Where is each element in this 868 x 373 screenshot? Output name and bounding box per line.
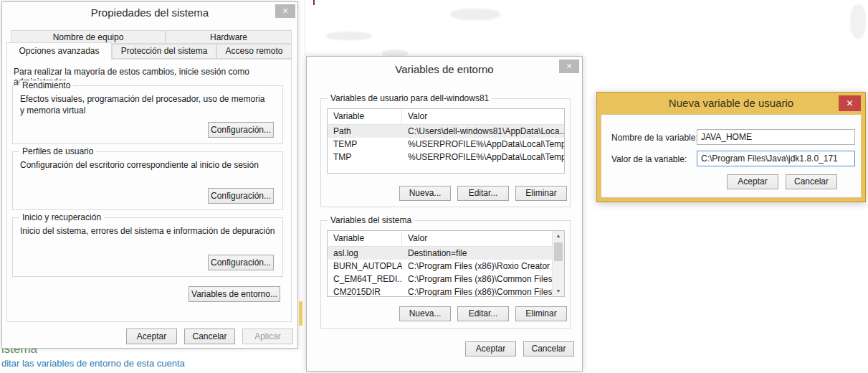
ok-button[interactable]: Aceptar [727, 174, 778, 189]
variable-value-cell: C:\Program Files (x86)\Common Files\In..… [402, 273, 553, 285]
variable-name-cell: TMP [328, 151, 402, 164]
startup-recovery-settings-button[interactable]: Configuración... [208, 255, 274, 270]
background-red-sliver [313, 0, 315, 5]
table-row[interactable]: asl.log Destination=file [328, 247, 553, 260]
user-profiles-group-title: Perfiles de usuario [19, 146, 96, 156]
table-row[interactable]: TEMP %USERPROFILE%\AppData\Local\Temp [328, 138, 564, 151]
variable-value-cell: %USERPROFILE%\AppData\Local\Temp [402, 138, 564, 151]
user-profiles-settings-button[interactable]: Configuración... [208, 188, 274, 204]
background-link-edit-env-vars[interactable]: ditar las variables de entorno de esta c… [1, 358, 185, 369]
environment-variables-dialog: Variables de entorno ✕ Variables de usua… [306, 56, 583, 372]
variable-name-cell: asl.log [328, 247, 402, 260]
cancel-button[interactable]: Cancelar [184, 329, 235, 344]
edit-system-variable-button[interactable]: Editar... [457, 306, 509, 321]
delete-system-variable-button[interactable]: Eliminar [515, 306, 567, 321]
table-row[interactable]: TMP %USERPROFILE%\AppData\Local\Temp [328, 151, 564, 164]
delete-user-variable-button[interactable]: Eliminar [515, 186, 567, 201]
close-icon: ✕ [846, 98, 853, 108]
system-variables-group-title: Variables del sistema [328, 215, 414, 225]
ok-button[interactable]: Aceptar [465, 341, 516, 357]
close-icon: ✕ [566, 62, 572, 70]
user-variables-group: Variables de usuario para dell-windows81… [320, 98, 571, 207]
variable-name-input[interactable] [697, 129, 855, 145]
performance-description: Efectos visuales, programación del proce… [20, 93, 270, 116]
variable-name-cell: TEMP [328, 138, 402, 151]
system-variables-table: Variable Valor asl.log Destination=file … [327, 230, 565, 297]
background-smudge [450, 9, 500, 20]
cancel-button[interactable]: Cancelar [786, 174, 837, 189]
column-header-valor[interactable]: Valor [402, 231, 553, 246]
variable-value-cell: C:\Users\dell-windows81\AppData\Loca... [402, 125, 564, 138]
system-properties-dialog: Propiedades del sistema ✕ Nombre de equi… [1, 1, 298, 349]
tab-proteccion-del-sistema[interactable]: Protección del sistema [112, 44, 216, 59]
close-icon: ✕ [282, 6, 288, 15]
background-yellow-sliver [299, 301, 302, 326]
new-user-variable-dialog: Nueva variable de usuario ✕ Nombre de la… [596, 92, 866, 202]
new-user-variable-button[interactable]: Nueva... [399, 186, 451, 201]
user-profiles-description: Configuración del escritorio correspondi… [20, 159, 275, 171]
apply-button: Aplicar [242, 329, 293, 344]
variable-value-input[interactable] [697, 151, 855, 166]
close-button[interactable]: ✕ [839, 95, 861, 111]
table-header: Variable Valor [328, 109, 564, 125]
variable-name-cell: BURN_AUTOPLAY [328, 260, 402, 273]
table-row[interactable]: Path C:\Users\dell-windows81\AppData\Loc… [328, 125, 564, 138]
startup-recovery-description: Inicio del sistema, errores del sistema … [20, 225, 278, 237]
tab-opciones-avanzadas[interactable]: Opciones avanzadas [6, 42, 112, 60]
system-variables-group: Variables del sistema Variable Valor asl… [320, 220, 571, 329]
tab-hardware[interactable]: Hardware [166, 30, 292, 44]
variable-value-cell: C:\Program Files (x86)\Roxio Creator N..… [402, 260, 553, 273]
close-button[interactable]: ✕ [275, 4, 295, 18]
scroll-up-icon[interactable]: ▲ [553, 231, 564, 241]
column-header-valor[interactable]: Valor [402, 109, 564, 124]
dialog-title: Nueva variable de usuario [597, 93, 865, 114]
performance-group-title: Rendimiento [19, 80, 73, 90]
variable-name-label: Nombre de la variable: [611, 133, 698, 143]
tab-acceso-remoto[interactable]: Acceso remoto [216, 44, 292, 59]
variable-name-cell: Path [328, 125, 402, 138]
performance-settings-button[interactable]: Configuración... [208, 122, 274, 138]
variable-name-cell: CM2015DIR [328, 285, 402, 297]
variable-name-cell: C_EM64T_REDI... [328, 273, 402, 285]
new-system-variable-button[interactable]: Nueva... [399, 306, 451, 321]
startup-recovery-group: Inicio y recuperación Inicio del sistema… [12, 217, 283, 277]
user-profiles-group: Perfiles de usuario Configuración del es… [12, 151, 283, 210]
user-variables-group-title: Variables de usuario para dell-windows81 [328, 93, 492, 103]
column-header-variable[interactable]: Variable [328, 231, 402, 246]
dialog-body: Nombre de la variable: Valor de la varia… [601, 114, 862, 198]
dialog-title: Variables de entorno [307, 60, 582, 80]
close-button[interactable]: ✕ [559, 60, 579, 73]
cancel-button[interactable]: Cancelar [523, 341, 574, 357]
dialog-title: Propiedades del sistema [2, 2, 297, 24]
variable-value-cell: %USERPROFILE%\AppData\Local\Temp [402, 151, 564, 164]
scroll-down-icon[interactable]: ▼ [553, 286, 564, 296]
background-smudge [850, 4, 866, 39]
column-header-variable[interactable]: Variable [328, 109, 402, 124]
table-row[interactable]: BURN_AUTOPLAY C:\Program Files (x86)\Rox… [328, 260, 553, 273]
background-divider-line [305, 0, 305, 56]
scrollbar-thumb[interactable] [554, 242, 563, 261]
table-row[interactable]: C_EM64T_REDI... C:\Program Files (x86)\C… [328, 273, 553, 285]
background-smudge [326, 32, 372, 40]
performance-group: Rendimiento Efectos visuales, programaci… [12, 85, 283, 144]
user-variables-table: Variable Valor Path C:\Users\dell-window… [327, 108, 565, 174]
environment-variables-button[interactable]: Variables de entorno... [189, 286, 280, 302]
scrollbar[interactable]: ▲ ▼ [552, 231, 564, 296]
variable-value-cell: C:\Program Files (x86)\Common Files\A... [402, 285, 553, 297]
ok-button[interactable]: Aceptar [126, 329, 177, 344]
table-header: Variable Valor [328, 231, 553, 247]
variable-value-cell: Destination=file [402, 247, 553, 260]
table-row[interactable]: CM2015DIR C:\Program Files (x86)\Common … [328, 285, 553, 297]
variable-value-label: Valor de la variable: [611, 154, 687, 164]
startup-recovery-group-title: Inicio y recuperación [19, 212, 104, 222]
edit-user-variable-button[interactable]: Editar... [457, 186, 509, 201]
